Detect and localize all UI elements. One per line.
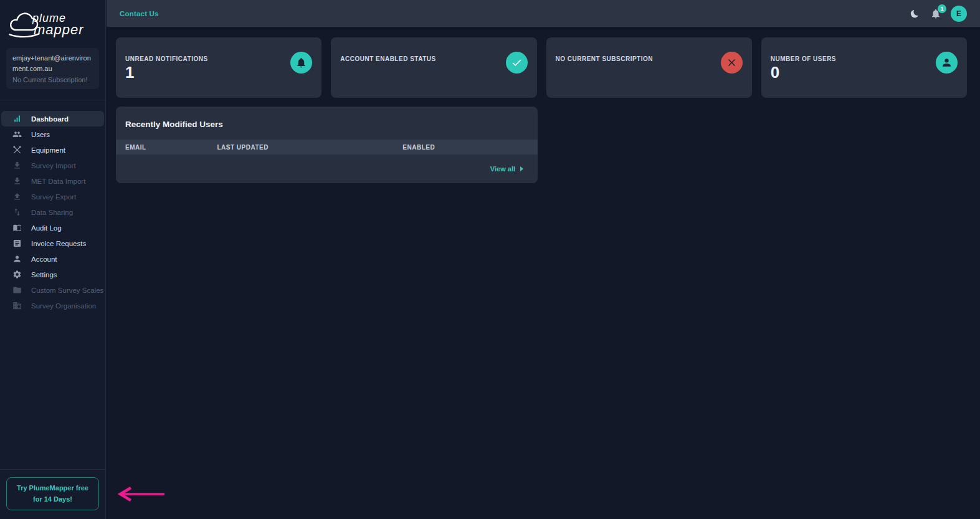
sidebar-menu: Dashboard Users Equipment Survey Import … bbox=[0, 111, 105, 313]
notification-badge: 1 bbox=[938, 4, 946, 13]
gear-icon bbox=[12, 270, 22, 279]
sidebar-item-label: Survey Import bbox=[31, 162, 76, 169]
person-icon bbox=[936, 52, 958, 74]
sidebar: plume mapper emjay+tenant@airenvironment… bbox=[0, 0, 106, 519]
sidebar-item-label: Data Sharing bbox=[31, 209, 73, 216]
sidebar-item-label: Survey Export bbox=[31, 193, 76, 201]
stat-cards-row: UNREAD NOTIFICATIONS 1 ACCOUNT ENABLED S… bbox=[107, 27, 980, 98]
organisation-icon bbox=[12, 301, 22, 310]
topbar-actions: 1 E bbox=[910, 6, 967, 22]
user-info-panel: emjay+tenant@airenvironment.com.au No Cu… bbox=[6, 48, 99, 89]
top-bar: Contact Us 1 E bbox=[107, 0, 980, 27]
upload-icon bbox=[12, 192, 22, 201]
sidebar-item-label: Custom Survey Scales bbox=[31, 287, 103, 294]
column-header-email: EMAIL bbox=[116, 144, 217, 151]
recently-modified-users-card: Recently Modified Users EMAIL LAST UPDAT… bbox=[116, 107, 538, 183]
trial-button-area: Try PlumeMapper free for 14 Days! bbox=[0, 469, 105, 519]
sidebar-item-label: Dashboard bbox=[31, 115, 69, 123]
recent-users-table-header: EMAIL LAST UPDATED ENABLED bbox=[116, 140, 538, 155]
stat-card-label: UNREAD NOTIFICATIONS bbox=[125, 55, 312, 62]
stat-card-label: NO CURRENT SUBSCRIPTION bbox=[556, 55, 742, 62]
column-header-enabled: ENABLED bbox=[402, 144, 538, 151]
dark-mode-moon-icon[interactable] bbox=[910, 8, 921, 19]
sidebar-item-invoice-requests[interactable]: Invoice Requests bbox=[1, 236, 104, 251]
x-icon bbox=[721, 52, 743, 74]
stat-card-no-subscription: NO CURRENT SUBSCRIPTION bbox=[546, 37, 752, 98]
main-content: UNREAD NOTIFICATIONS 1 ACCOUNT ENABLED S… bbox=[107, 27, 980, 519]
sidebar-item-custom-survey-scales[interactable]: Custom Survey Scales bbox=[1, 282, 104, 298]
folder-icon bbox=[12, 285, 22, 295]
sidebar-item-settings[interactable]: Settings bbox=[1, 267, 104, 282]
person-icon bbox=[12, 254, 22, 264]
stat-card-value: 1 bbox=[125, 64, 312, 82]
stat-card-account-enabled: ACCOUNT ENABLED STATUS bbox=[331, 37, 536, 98]
notifications-bell-icon[interactable]: 1 bbox=[930, 8, 941, 19]
sidebar-item-dashboard[interactable]: Dashboard bbox=[1, 111, 104, 126]
people-icon bbox=[12, 130, 22, 139]
sidebar-item-label: Settings bbox=[31, 271, 57, 279]
stat-card-unread-notifications: UNREAD NOTIFICATIONS 1 bbox=[116, 37, 321, 98]
recent-users-title: Recently Modified Users bbox=[116, 107, 538, 140]
sidebar-item-label: MET Data Import bbox=[31, 178, 85, 185]
bar-chart-icon bbox=[12, 114, 22, 123]
stat-card-number-of-users: NUMBER OF USERS 0 bbox=[761, 37, 967, 98]
sidebar-item-label: Audit Log bbox=[31, 224, 62, 232]
tools-icon bbox=[12, 145, 22, 155]
subscription-note: No Current Subscription! bbox=[12, 76, 93, 83]
view-all-label: View all bbox=[490, 165, 515, 173]
sidebar-item-survey-organisation[interactable]: Survey Organisation bbox=[1, 298, 104, 313]
stat-card-label: ACCOUNT ENABLED STATUS bbox=[340, 55, 526, 62]
user-email: emjay+tenant@airenvironment.com.au bbox=[12, 53, 93, 74]
sidebar-item-label: Survey Organisation bbox=[31, 302, 96, 310]
trial-button[interactable]: Try PlumeMapper free for 14 Days! bbox=[6, 477, 99, 510]
stat-card-label: NUMBER OF USERS bbox=[771, 55, 957, 62]
sidebar-item-users[interactable]: Users bbox=[1, 126, 104, 142]
book-icon bbox=[12, 223, 22, 232]
check-icon bbox=[506, 52, 528, 74]
sidebar-item-label: Invoice Requests bbox=[31, 240, 86, 247]
app-logo-text: plume mapper bbox=[32, 12, 84, 37]
app-logo: plume mapper bbox=[0, 0, 105, 40]
sidebar-item-audit-log[interactable]: Audit Log bbox=[1, 220, 104, 236]
download-icon bbox=[12, 161, 22, 170]
sidebar-item-survey-export[interactable]: Survey Export bbox=[1, 189, 104, 204]
sidebar-item-equipment[interactable]: Equipment bbox=[1, 142, 104, 158]
contact-us-link[interactable]: Contact Us bbox=[120, 10, 159, 17]
stat-card-value: 0 bbox=[771, 64, 957, 82]
sidebar-item-account[interactable]: Account bbox=[1, 251, 104, 267]
sidebar-item-met-data-import[interactable]: MET Data Import bbox=[1, 173, 104, 189]
sidebar-item-label: Account bbox=[31, 255, 57, 263]
sidebar-divider bbox=[0, 100, 105, 100]
sidebar-item-survey-import[interactable]: Survey Import bbox=[1, 158, 104, 173]
user-avatar[interactable]: E bbox=[951, 6, 967, 22]
sidebar-item-data-sharing[interactable]: Data Sharing bbox=[1, 204, 104, 220]
logo-word-mapper: mapper bbox=[34, 23, 84, 37]
column-header-last-updated: LAST UPDATED bbox=[217, 144, 402, 151]
caret-right-icon bbox=[520, 166, 523, 171]
download-icon bbox=[12, 176, 22, 186]
swap-vert-icon bbox=[12, 207, 22, 217]
sidebar-item-label: Equipment bbox=[31, 146, 65, 154]
view-all-link[interactable]: View all bbox=[116, 155, 538, 183]
sidebar-item-label: Users bbox=[31, 131, 50, 138]
receipt-icon bbox=[12, 239, 22, 248]
